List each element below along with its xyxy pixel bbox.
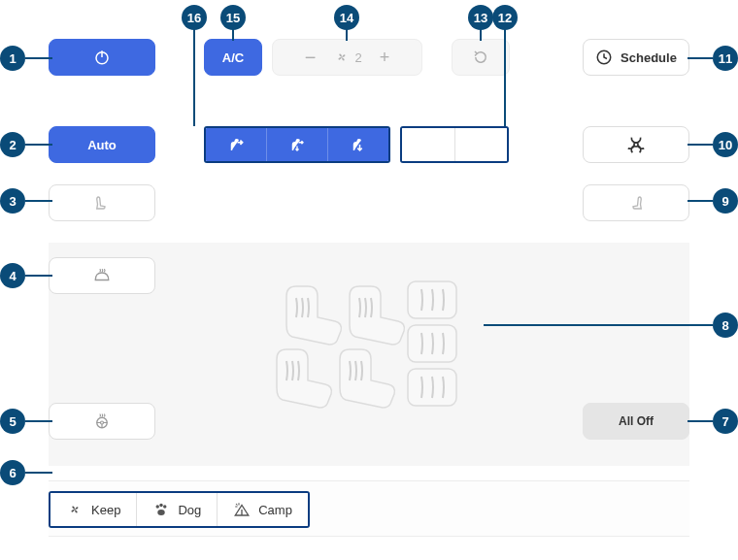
front-defrost-button[interactable] [402,128,455,161]
fan-icon [66,501,84,518]
seat-diagram[interactable] [257,272,481,437]
airflow-feet-button[interactable] [328,128,388,161]
fan-icon [333,49,351,66]
all-off-label: All Off [619,414,654,428]
steering-wheel-heat-icon [93,412,111,430]
power-button[interactable] [49,39,155,76]
windshield-wiper-heat-button[interactable] [49,257,155,294]
callout-8: 8 [713,313,738,338]
power-icon [93,49,111,66]
auto-label: Auto [87,138,117,152]
fan-plus-icon[interactable]: + [380,48,390,68]
callout-1: 1 [0,46,25,71]
paw-icon [152,501,170,518]
rear-defrost-icon [472,136,489,153]
keep-mode-button[interactable]: Keep [50,493,137,526]
left-seat-heat-button[interactable] [49,184,155,221]
airflow-face-icon [227,136,245,153]
biohazard-icon [625,134,647,155]
callout-5: 5 [0,409,25,434]
callout-9: 9 [713,188,738,214]
rear-defrost-button[interactable] [455,128,508,161]
windshield-heat-icon [93,267,111,284]
svg-point-25 [160,504,163,507]
camp-mode-button[interactable]: Camp [218,493,308,526]
clock-icon [595,49,613,66]
schedule-button[interactable]: Schedule [583,39,689,76]
callout-3: 3 [0,188,25,214]
callout-4: 4 [0,263,25,288]
callout-2: 2 [0,132,25,157]
defrost-group [400,126,509,163]
recirculate-button[interactable] [452,39,510,76]
svg-rect-19 [476,143,486,150]
airflow-face-button[interactable] [206,128,267,161]
svg-point-27 [158,510,166,515]
airflow-face-feet-button[interactable] [267,128,328,161]
recirculate-icon [472,49,489,66]
callout-16: 16 [182,5,207,30]
fan-speed-value: 2 [354,50,361,65]
callout-15: 15 [220,5,246,30]
cabin-area: All Off [49,243,689,466]
ac-label: A/C [222,50,244,65]
front-defrost-icon [419,136,437,153]
ac-button[interactable]: A/C [204,39,262,76]
svg-point-26 [163,505,166,508]
callout-7: 7 [713,409,738,434]
camp-icon [233,501,251,518]
schedule-label: Schedule [621,50,677,65]
airflow-feet-icon [350,136,367,153]
auto-button[interactable]: Auto [49,126,155,163]
steering-wheel-heat-button[interactable] [49,403,155,440]
dog-mode-button[interactable]: Dog [137,493,218,526]
fan-speed-control[interactable]: − 2 + [272,39,422,76]
svg-point-24 [156,505,159,508]
modes-area: Keep Dog Camp [49,480,689,537]
fan-minus-icon[interactable]: − [305,47,317,69]
biohazard-button[interactable] [583,126,689,163]
dog-label: Dog [178,503,201,517]
seat-left-icon [93,194,111,212]
svg-point-22 [101,421,104,424]
climate-modes-group: Keep Dog Camp [49,491,310,528]
camp-label: Camp [258,503,292,517]
callout-6: 6 [0,460,25,485]
airflow-face-feet-icon [288,136,306,153]
airflow-direction-group [204,126,390,163]
callout-12: 12 [492,5,518,30]
callout-14: 14 [334,5,359,30]
callout-11: 11 [713,46,738,71]
callout-13: 13 [468,5,493,30]
callout-10: 10 [713,132,738,157]
right-seat-heat-button[interactable] [583,184,689,221]
seat-right-icon [627,194,645,212]
all-off-button[interactable]: All Off [583,403,689,440]
keep-label: Keep [91,503,120,517]
